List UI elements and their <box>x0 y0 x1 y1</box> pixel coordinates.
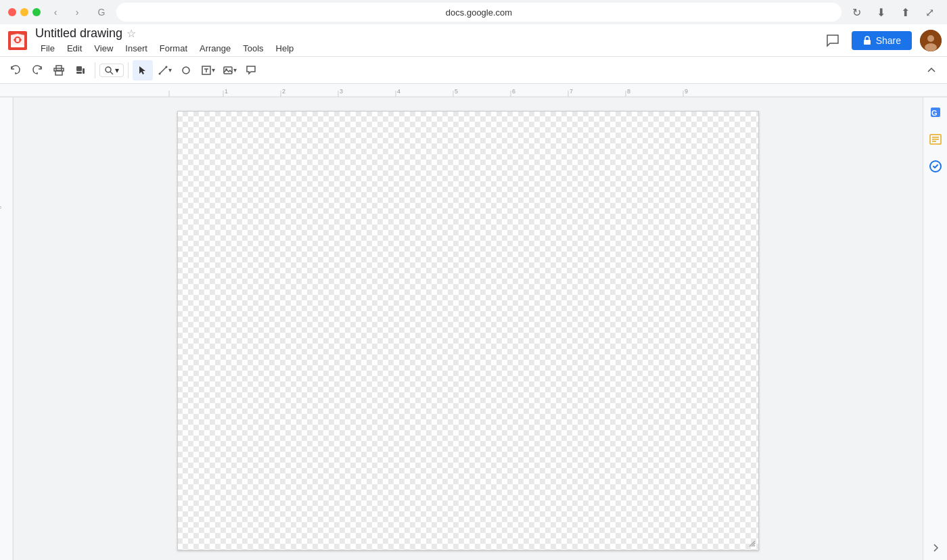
line-tool-button[interactable]: ▾ <box>154 60 175 80</box>
shapes-icon <box>181 65 191 76</box>
menu-insert[interactable]: Insert <box>120 42 153 55</box>
reload-button[interactable]: ↻ <box>847 3 866 22</box>
svg-text:6: 6 <box>512 88 515 95</box>
resize-icon <box>748 540 756 548</box>
zoom-value: ▾ <box>115 66 119 75</box>
sidebar-keep-button[interactable] <box>926 157 945 176</box>
svg-text:3: 3 <box>340 88 343 95</box>
drawing-canvas[interactable] <box>177 111 759 551</box>
image-icon <box>223 65 233 76</box>
svg-text:G: G <box>931 109 938 117</box>
keep-icon <box>929 160 942 173</box>
vertical-ruler: 0 <box>0 97 14 560</box>
svg-rect-12 <box>76 72 82 74</box>
undo-icon <box>10 65 21 76</box>
image-tool-button[interactable]: ▾ <box>219 60 239 80</box>
doc-title-row: Untitled drawing ☆ <box>35 26 822 41</box>
menu-view[interactable]: View <box>89 42 118 55</box>
svg-rect-5 <box>864 40 871 45</box>
svg-text:8: 8 <box>627 88 630 95</box>
share-browser-icon[interactable]: ⬆ <box>896 3 915 22</box>
chevron-up-icon <box>927 66 936 75</box>
svg-rect-25 <box>0 84 947 97</box>
collapse-toolbar-button[interactable] <box>921 60 942 80</box>
svg-rect-46 <box>0 97 14 560</box>
svg-line-16 <box>160 67 166 74</box>
star-icon[interactable]: ☆ <box>126 27 136 40</box>
doc-title[interactable]: Untitled drawing <box>35 26 122 41</box>
share-button[interactable]: Share <box>852 31 912 50</box>
svg-text:5: 5 <box>455 88 458 95</box>
menu-format[interactable]: Format <box>154 42 193 55</box>
print-icon <box>53 65 64 76</box>
user-avatar[interactable] <box>920 30 942 51</box>
select-tool-button[interactable] <box>133 60 153 80</box>
browser-titlebar: ‹ › G ↻ ⬇ ⬆ ⤢ <box>0 0 947 24</box>
redo-icon <box>32 65 43 76</box>
sidebar-expand-button[interactable] <box>929 541 942 555</box>
svg-point-14 <box>106 67 111 72</box>
undo-button[interactable] <box>5 60 26 80</box>
back-button[interactable]: ‹ <box>46 3 65 22</box>
canvas-border <box>177 111 759 551</box>
menu-help[interactable]: Help <box>271 42 300 55</box>
maximize-traffic-light[interactable] <box>32 8 41 16</box>
lock-icon <box>862 36 872 45</box>
paint-format-icon <box>75 65 86 76</box>
comment-icon <box>826 34 839 47</box>
zoom-icon <box>104 66 114 75</box>
zoom-control[interactable]: ▾ <box>99 64 124 77</box>
svg-text:7: 7 <box>570 88 573 95</box>
fullscreen-icon[interactable]: ⤢ <box>920 3 939 22</box>
v-ruler-svg: 0 <box>0 97 14 560</box>
comment-tool-icon <box>246 65 256 76</box>
gemini-icon: G <box>929 106 942 119</box>
tasks-icon <box>929 133 942 146</box>
divider-1 <box>95 62 95 78</box>
minimize-traffic-light[interactable] <box>20 8 28 16</box>
svg-point-18 <box>165 66 167 68</box>
svg-rect-13 <box>83 68 85 74</box>
forward-button[interactable]: › <box>68 3 87 22</box>
svg-text:2: 2 <box>282 88 285 95</box>
canvas-area[interactable] <box>14 97 923 560</box>
traffic-lights <box>8 8 41 16</box>
download-icon[interactable]: ⬇ <box>871 3 890 22</box>
text-tool-button[interactable]: ▾ <box>198 60 218 80</box>
svg-rect-1 <box>11 45 24 47</box>
svg-point-17 <box>158 72 160 74</box>
toolbar: ▾ ▾ ▾ ▾ <box>0 57 947 84</box>
svg-point-8 <box>925 43 937 51</box>
sidebar-gemini-button[interactable]: G <box>926 103 945 122</box>
line-icon <box>158 65 168 76</box>
sidebar-tasks-button[interactable] <box>926 130 945 149</box>
comment-button[interactable] <box>822 30 844 51</box>
close-traffic-light[interactable] <box>8 8 16 16</box>
nav-buttons: ‹ › <box>46 3 87 22</box>
app-logo <box>5 28 30 53</box>
canvas-resize-handle[interactable] <box>748 540 756 548</box>
doc-title-area: Untitled drawing ☆ File Edit View Insert… <box>35 26 822 55</box>
shapes-tool-button[interactable] <box>176 60 196 80</box>
menu-tools[interactable]: Tools <box>237 42 269 55</box>
horizontal-ruler: 1 2 3 4 5 6 7 8 9 <box>0 84 947 97</box>
svg-point-19 <box>183 67 189 74</box>
comment-tool-button[interactable] <box>241 60 261 80</box>
menu-arrange[interactable]: Arrange <box>194 42 236 55</box>
header-right: Share <box>822 30 942 51</box>
image-dropdown-icon: ▾ <box>233 66 237 74</box>
text-dropdown-icon: ▾ <box>212 66 215 74</box>
browser-toolbar-right: ⬇ ⬆ ⤢ <box>871 3 939 22</box>
ruler-svg: 1 2 3 4 5 6 7 8 9 <box>0 84 947 97</box>
address-bar-wrapper: G ↻ <box>92 3 866 22</box>
svg-line-15 <box>110 72 113 74</box>
menu-edit[interactable]: Edit <box>62 42 87 55</box>
address-bar[interactable] <box>116 3 841 22</box>
print-button[interactable] <box>49 60 69 80</box>
drawings-logo-icon <box>8 31 27 50</box>
redo-button[interactable] <box>27 60 47 80</box>
paint-format-button[interactable] <box>70 60 91 80</box>
divider-2 <box>128 62 129 78</box>
menu-file[interactable]: File <box>35 42 60 55</box>
svg-rect-9 <box>55 71 62 75</box>
